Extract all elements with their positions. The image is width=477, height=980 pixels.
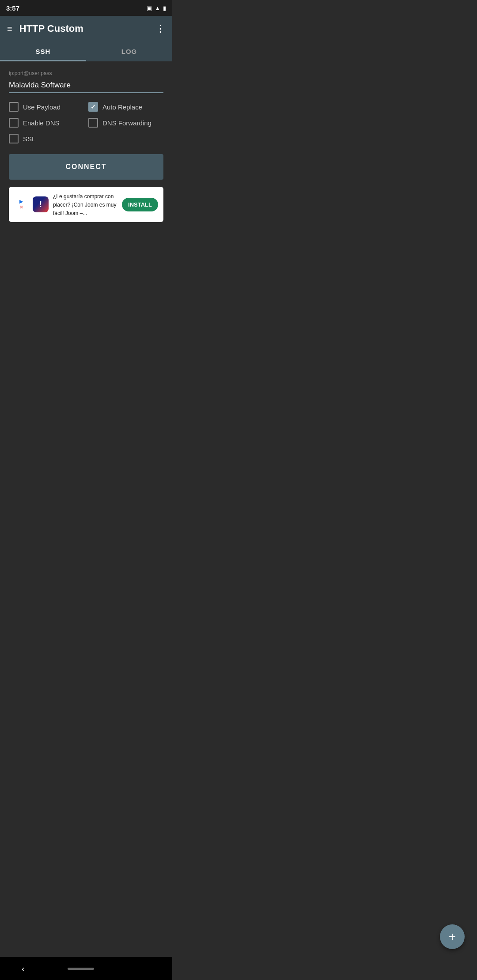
dns-forwarding-checkbox-box[interactable] (88, 118, 98, 128)
ssl-checkbox[interactable]: SSL (9, 134, 84, 143)
ad-text-area: ¿Le gustaría comprar con placer? ¡Con Jo… (53, 192, 117, 217)
ad-app-logo: ! (33, 196, 49, 212)
app-bar: ≡ HTTP Custom ⋮ (0, 16, 172, 41)
connect-button[interactable]: CONNECT (9, 154, 163, 180)
enable-dns-checkbox-box[interactable] (9, 118, 19, 128)
tab-log[interactable]: LOG (86, 41, 172, 61)
auto-replace-checkbox-box[interactable] (88, 102, 98, 112)
ssh-input-group: ip:port@user:pass (9, 70, 163, 93)
use-payload-label: Use Payload (23, 103, 61, 111)
auto-replace-checkbox[interactable]: Auto Replace (88, 102, 163, 112)
input-label: ip:port@user:pass (9, 70, 163, 76)
ad-play-icon: ▶ (19, 199, 23, 204)
more-options-icon[interactable]: ⋮ (155, 23, 165, 34)
checkbox-grid: Use Payload Auto Replace Enable DNS DNS … (9, 102, 163, 143)
dns-forwarding-checkbox[interactable]: DNS Forwarding (88, 118, 163, 128)
status-bar: 3:57 ▣ ▲ ▮ (0, 0, 172, 16)
ad-text: ¿Le gustaría comprar con placer? ¡Con Jo… (53, 193, 116, 216)
battery-icon: ▮ (163, 5, 166, 11)
use-payload-checkbox[interactable]: Use Payload (9, 102, 84, 112)
content-area: ip:port@user:pass Use Payload Auto Repla… (0, 61, 172, 240)
ad-banner: ▶ ✕ ! ¿Le gustaría comprar con placer? ¡… (9, 187, 163, 222)
ssl-checkbox-box[interactable] (9, 134, 19, 143)
enable-dns-checkbox[interactable]: Enable DNS (9, 118, 84, 128)
ad-install-button[interactable]: INSTALL (122, 198, 158, 211)
status-icons: ▣ ▲ ▮ (147, 5, 166, 11)
ad-close-icon[interactable]: ✕ (19, 204, 23, 210)
ad-icon-area: ▶ ✕ (14, 199, 28, 210)
vibrate-icon: ▣ (147, 5, 152, 11)
use-payload-checkbox-box[interactable] (9, 102, 19, 112)
enable-dns-label: Enable DNS (23, 119, 60, 127)
hamburger-icon[interactable]: ≡ (7, 24, 12, 33)
auto-replace-label: Auto Replace (102, 103, 142, 111)
ssh-input[interactable] (9, 79, 163, 93)
status-time: 3:57 (6, 4, 19, 12)
ssl-label: SSL (23, 135, 35, 143)
tab-ssh[interactable]: SSH (0, 41, 86, 61)
app-title: HTTP Custom (19, 23, 155, 34)
dns-forwarding-label: DNS Forwarding (102, 119, 151, 127)
wifi-icon: ▲ (155, 5, 160, 11)
tab-bar: SSH LOG (0, 41, 172, 61)
